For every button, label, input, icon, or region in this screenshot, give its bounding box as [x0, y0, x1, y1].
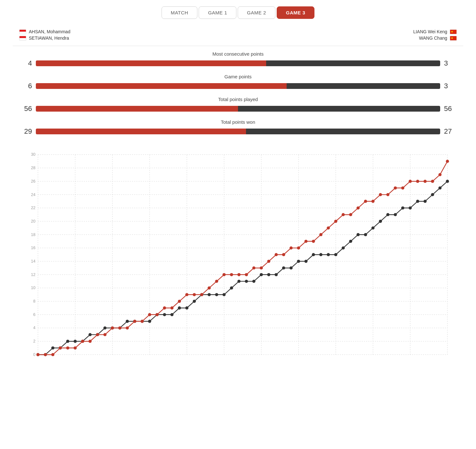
svg-point-145 [371, 200, 375, 203]
svg-text:12: 12 [31, 272, 36, 277]
svg-point-91 [386, 213, 390, 216]
svg-point-106 [81, 340, 84, 343]
svg-point-129 [252, 266, 256, 270]
svg-point-151 [416, 180, 419, 183]
tab-match[interactable]: MATCH [162, 6, 198, 19]
points-chart: 024681012141618202224262830 [19, 146, 457, 370]
svg-point-148 [394, 186, 397, 190]
svg-point-84 [334, 253, 337, 256]
svg-point-77 [282, 266, 285, 270]
player-right-1-name: LIANG Wei Keng [413, 29, 447, 34]
svg-point-107 [89, 340, 92, 343]
flag-cn-1 [450, 29, 457, 34]
svg-point-153 [431, 180, 434, 183]
player-right-2: WANG Chang [419, 35, 457, 41]
bar-red-2 [36, 106, 238, 112]
svg-point-139 [327, 226, 330, 230]
svg-point-111 [118, 327, 122, 330]
svg-point-73 [252, 280, 256, 283]
svg-point-78 [290, 266, 293, 270]
bar-red-1 [36, 83, 287, 89]
svg-point-56 [126, 320, 129, 323]
stat-title-0: Most consecutive points [19, 51, 457, 57]
svg-point-115 [148, 313, 151, 316]
svg-point-96 [424, 200, 427, 203]
svg-text:30: 30 [31, 152, 36, 157]
tab-game1[interactable]: GAME 1 [199, 6, 236, 19]
svg-point-125 [223, 273, 226, 276]
svg-point-97 [431, 193, 434, 196]
bar-dark-3 [246, 129, 440, 134]
svg-point-147 [386, 193, 390, 196]
svg-point-102 [51, 353, 54, 356]
svg-point-46 [51, 346, 54, 350]
svg-point-110 [111, 327, 114, 330]
svg-point-130 [260, 266, 263, 270]
svg-text:6: 6 [33, 312, 36, 317]
svg-text:2: 2 [33, 339, 36, 343]
players-section: AHSAN, Mohammad SETIAWAN, Hendra LIANG W… [13, 27, 463, 41]
stat-block-2: Total points played5656 [19, 97, 457, 113]
stat-bar-row-0: 43 [19, 59, 457, 67]
svg-point-88 [364, 233, 367, 236]
chart-section: 024681012141618202224262830 [13, 146, 463, 370]
svg-point-48 [66, 340, 69, 343]
tab-game2[interactable]: GAME 2 [238, 6, 275, 19]
svg-point-72 [245, 280, 248, 283]
svg-point-51 [89, 333, 92, 336]
bar-dark-2 [238, 106, 440, 112]
svg-point-86 [349, 240, 352, 243]
player-left-1-name: AHSAN, Mohammad [29, 29, 70, 34]
svg-point-135 [297, 246, 300, 249]
svg-point-133 [282, 253, 285, 256]
stat-block-0: Most consecutive points43 [19, 51, 457, 67]
stat-bar-1 [36, 83, 440, 89]
stat-left-value-2: 56 [19, 105, 32, 113]
svg-point-62 [171, 313, 174, 316]
player-left-1: AHSAN, Mohammad [19, 29, 70, 34]
svg-point-150 [409, 180, 412, 183]
svg-point-81 [312, 253, 315, 256]
svg-point-64 [185, 306, 188, 310]
bar-red-3 [36, 129, 246, 134]
svg-point-123 [208, 287, 211, 290]
player-left-2: SETIAWAN, Hendra [19, 35, 70, 41]
stat-title-3: Total points won [19, 119, 457, 125]
svg-point-105 [74, 346, 77, 350]
team-right: LIANG Wei Keng WANG Chang [413, 27, 457, 41]
svg-point-154 [439, 173, 442, 176]
svg-point-140 [334, 220, 337, 223]
tab-game3[interactable]: GAME 3 [277, 6, 315, 19]
svg-point-90 [379, 220, 382, 223]
svg-point-127 [237, 273, 241, 276]
stat-right-value-3: 27 [444, 127, 457, 136]
stat-bar-row-3: 2927 [19, 127, 457, 136]
svg-point-155 [446, 160, 449, 163]
svg-point-138 [319, 233, 322, 236]
svg-text:22: 22 [31, 206, 36, 210]
player-left-2-name: SETIAWAN, Hendra [29, 35, 69, 41]
stat-bar-3 [36, 129, 440, 134]
svg-point-61 [163, 313, 166, 316]
stat-left-value-0: 4 [19, 59, 32, 67]
svg-point-53 [103, 327, 107, 330]
svg-point-109 [103, 333, 107, 336]
svg-point-114 [141, 320, 144, 323]
svg-point-117 [163, 306, 166, 310]
svg-text:18: 18 [31, 232, 36, 237]
svg-point-94 [409, 206, 412, 209]
stat-bar-0 [36, 60, 440, 66]
svg-point-108 [96, 333, 99, 336]
svg-point-49 [74, 340, 77, 343]
svg-point-82 [319, 253, 322, 256]
stat-block-1: Game points63 [19, 74, 457, 90]
svg-point-70 [230, 287, 233, 290]
bar-dark-1 [287, 83, 440, 89]
stat-left-value-1: 6 [19, 82, 32, 90]
svg-text:28: 28 [31, 166, 36, 170]
svg-text:4: 4 [33, 326, 36, 330]
svg-point-92 [394, 213, 397, 216]
svg-point-100 [36, 353, 40, 356]
stat-title-1: Game points [19, 74, 457, 79]
svg-point-142 [349, 213, 352, 216]
